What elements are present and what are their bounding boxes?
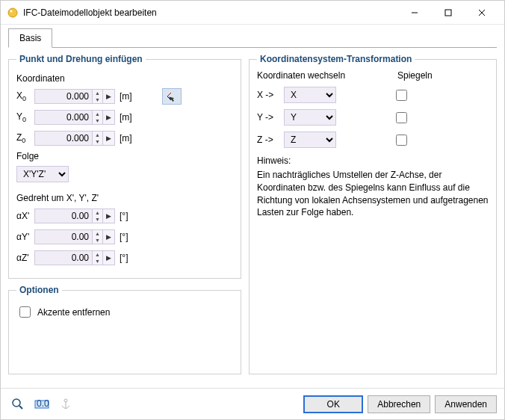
y0-row: Y0 ▲▼ ▶ [m] <box>16 109 233 126</box>
svg-point-12 <box>64 399 67 402</box>
app-icon <box>7 7 19 19</box>
ay-input[interactable] <box>34 229 93 244</box>
svg-rect-3 <box>445 10 451 16</box>
folge-select[interactable]: X'Y'Z' <box>16 166 69 182</box>
az-step-button[interactable]: ▶ <box>103 250 115 265</box>
cs-transform-group: Koordinatensystem-Transformation Koordin… <box>249 54 497 374</box>
svg-line-9 <box>19 406 22 409</box>
svg-text:0.00: 0.00 <box>37 398 49 409</box>
anchor-icon <box>59 398 72 411</box>
z0-label: Z0 <box>16 132 34 144</box>
ax-input[interactable] <box>34 209 93 223</box>
cs-x-select[interactable]: X <box>284 87 336 103</box>
z0-step-button[interactable]: ▶ <box>103 131 115 146</box>
x0-unit: [m] <box>120 91 132 102</box>
cs-y-mirror-checkbox[interactable] <box>396 112 407 123</box>
z0-input[interactable] <box>34 131 93 146</box>
az-label: αZ' <box>16 253 34 263</box>
cs-y-select[interactable]: Y <box>284 109 336 126</box>
svg-point-1 <box>10 10 13 12</box>
ay-label: αY' <box>16 232 34 242</box>
y0-input[interactable] <box>34 110 93 125</box>
ax-label: αX' <box>16 211 34 221</box>
cs-z-row: Z -> Z <box>257 132 489 148</box>
z0-row: Z0 ▲▼ ▶ [m] <box>16 130 233 146</box>
options-legend: Optionen <box>16 285 62 295</box>
units-button[interactable]: 0.00 <box>32 395 52 414</box>
swap-header: Koordinaten wechseln <box>257 70 397 81</box>
hint-title: Hinweis: <box>257 155 489 166</box>
coord-label: Koordinaten <box>16 73 233 84</box>
insert-group: Punkt und Drehung einfügen Koordinaten X… <box>8 54 241 279</box>
az-row: αZ' ▲▼ ▶ [°] <box>16 250 233 266</box>
reset-button[interactable] <box>56 395 75 414</box>
az-input[interactable] <box>34 250 93 265</box>
folge-label: Folge <box>16 151 233 161</box>
cs-x-row: X -> X <box>257 87 489 103</box>
ok-button[interactable]: OK <box>303 395 363 413</box>
dialog-footer: 0.00 OK Abbrechen Anwenden <box>1 388 504 419</box>
apply-button[interactable]: Anwenden <box>435 395 497 413</box>
hint-text: Ein nachträgliches Umstellen der Z-Achse… <box>257 169 489 219</box>
magnifier-icon <box>11 398 25 411</box>
x0-step-button[interactable]: ▶ <box>103 89 115 104</box>
z0-unit: [m] <box>120 133 132 143</box>
cs-transform-legend: Koordinatensystem-Transformation <box>257 54 415 64</box>
pick-point-icon <box>166 90 178 102</box>
svg-point-8 <box>13 399 20 407</box>
az-unit: [°] <box>120 253 128 263</box>
minimize-button[interactable] <box>397 1 431 24</box>
x0-row: X0 ▲▼ ▶ [m] <box>16 88 233 105</box>
options-group: Optionen Akzente entfernen <box>8 285 241 374</box>
y0-unit: [m] <box>120 112 132 123</box>
x0-spinner[interactable]: ▲▼ <box>93 89 103 104</box>
titlebar: IFC-Dateimodellobjekt bearbeiten <box>1 1 504 25</box>
tab-basis[interactable]: Basis <box>8 28 52 48</box>
tab-strip: Basis <box>8 28 497 48</box>
remove-accents-checkbox[interactable] <box>19 306 31 318</box>
cs-z-mirror-checkbox[interactable] <box>396 135 407 146</box>
mirror-header: Spiegeln <box>397 70 433 81</box>
ay-step-button[interactable]: ▶ <box>103 229 115 244</box>
help-button[interactable] <box>8 395 28 414</box>
units-icon: 0.00 <box>34 398 49 410</box>
ax-spinner[interactable]: ▲▼ <box>93 209 103 223</box>
x0-input[interactable] <box>34 89 93 104</box>
maximize-button[interactable] <box>431 1 465 24</box>
cancel-button[interactable]: Abbrechen <box>368 395 430 413</box>
y0-label: Y0 <box>16 111 34 123</box>
cs-x-from: X -> <box>257 90 284 100</box>
az-spinner[interactable]: ▲▼ <box>93 250 103 265</box>
ax-row: αX' ▲▼ ▶ [°] <box>16 208 233 224</box>
cs-y-row: Y -> Y <box>257 109 489 126</box>
pick-point-button[interactable] <box>162 88 182 105</box>
cs-y-from: Y -> <box>257 112 284 123</box>
dialog-window: IFC-Dateimodellobjekt bearbeiten Basis P… <box>0 0 505 420</box>
rotate-label: Gedreht um X', Y', Z' <box>16 193 233 203</box>
y0-step-button[interactable]: ▶ <box>103 110 115 125</box>
ay-unit: [°] <box>120 232 128 242</box>
cs-z-select[interactable]: Z <box>284 132 336 148</box>
remove-accents-label: Akzente entfernen <box>37 307 110 318</box>
svg-point-0 <box>8 8 17 17</box>
cs-x-mirror-checkbox[interactable] <box>396 90 407 101</box>
ax-unit: [°] <box>120 211 128 221</box>
ax-step-button[interactable]: ▶ <box>103 209 115 223</box>
close-button[interactable] <box>465 1 498 24</box>
cs-z-from: Z -> <box>257 135 284 145</box>
ay-row: αY' ▲▼ ▶ [°] <box>16 229 233 245</box>
z0-spinner[interactable]: ▲▼ <box>93 131 103 146</box>
ay-spinner[interactable]: ▲▼ <box>93 229 103 244</box>
x0-label: X0 <box>16 90 34 102</box>
insert-legend: Punkt und Drehung einfügen <box>16 54 146 64</box>
svg-line-6 <box>167 93 171 96</box>
y0-spinner[interactable]: ▲▼ <box>93 110 103 125</box>
window-title: IFC-Dateimodellobjekt bearbeiten <box>23 7 397 18</box>
